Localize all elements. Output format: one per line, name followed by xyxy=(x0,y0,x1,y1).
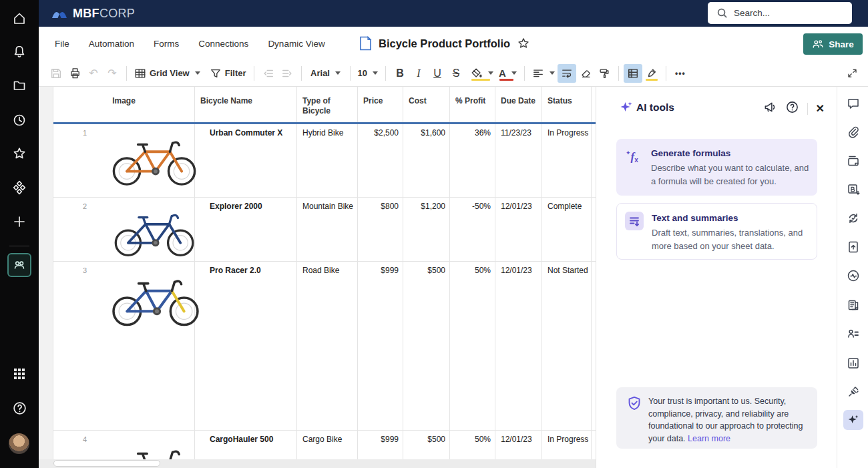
image-cell[interactable]: 2 xyxy=(53,198,195,261)
due-date-cell[interactable]: 12/01/23 xyxy=(495,198,542,261)
image-cell[interactable]: 1 xyxy=(53,124,195,197)
close-icon[interactable]: ✕ xyxy=(816,102,825,115)
profit-cell[interactable]: 50% xyxy=(450,431,495,459)
activity-log-icon[interactable] xyxy=(845,268,861,284)
type-cell[interactable]: Cargo Bike xyxy=(297,431,358,459)
update-requests-sync-icon[interactable] xyxy=(845,210,861,226)
menu-file[interactable]: File xyxy=(55,39,69,49)
workspace-selected-item[interactable] xyxy=(7,253,31,277)
print-button[interactable] xyxy=(65,64,84,83)
underline-button[interactable]: U xyxy=(428,64,447,83)
announcements-megaphone-icon[interactable] xyxy=(763,100,777,117)
home-icon[interactable] xyxy=(11,11,27,27)
global-search[interactable] xyxy=(708,2,852,24)
image-cell[interactable]: 4 xyxy=(53,431,195,459)
bicycle-name-cell[interactable]: Explorer 2000 xyxy=(195,198,297,261)
italic-button[interactable]: I xyxy=(409,64,428,83)
ai-tools-rail-icon[interactable] xyxy=(843,410,863,430)
cost-cell[interactable]: $500 xyxy=(403,431,450,459)
price-cell[interactable]: $999 xyxy=(358,262,403,430)
type-cell[interactable]: Road Bike xyxy=(297,262,358,430)
favorite-star-icon[interactable] xyxy=(517,37,530,50)
fill-color-button[interactable] xyxy=(468,64,496,83)
menu-forms[interactable]: Forms xyxy=(154,39,179,49)
status-cell[interactable]: In Progress xyxy=(542,431,592,459)
profit-cell[interactable]: 50% xyxy=(450,262,495,430)
cost-cell[interactable]: $1,600 xyxy=(403,124,450,197)
cell-borders-button[interactable] xyxy=(624,64,642,83)
format-painter-button[interactable] xyxy=(595,64,614,83)
connectors-plug-icon[interactable] xyxy=(845,384,861,400)
generate-formulas-card[interactable]: ✦fx Generate formulas Describe what you … xyxy=(616,139,817,196)
share-button[interactable]: Share xyxy=(803,33,863,55)
status-cell[interactable]: In Progress xyxy=(542,124,592,197)
status-cell[interactable]: Not Started xyxy=(542,262,592,430)
bicycle-name-cell[interactable]: CargoHauler 500 xyxy=(195,431,297,459)
strikethrough-button[interactable]: S xyxy=(447,64,465,83)
expand-toolbar-button[interactable] xyxy=(843,64,861,83)
attachments-paperclip-icon[interactable] xyxy=(845,124,861,140)
column-header-cost[interactable]: Cost xyxy=(403,87,450,122)
type-cell[interactable]: Hybrid Bike xyxy=(297,124,358,197)
create-plus-icon[interactable] xyxy=(11,214,27,230)
bicycle-name-cell[interactable]: Urban Commuter X xyxy=(195,124,297,197)
help-icon[interactable] xyxy=(11,400,27,416)
bicycle-name-cell[interactable]: Pro Racer 2.0 xyxy=(195,262,297,430)
price-cell[interactable]: $2,500 xyxy=(358,124,403,197)
brand-logo[interactable]: MBFCORP xyxy=(51,7,135,21)
image-cell[interactable]: 3 xyxy=(53,262,195,430)
column-header-bicycle-name[interactable]: Bicycle Name xyxy=(195,87,297,122)
text-and-summaries-card[interactable]: Text and summaries Draft text, summaries… xyxy=(616,203,817,260)
redo-button[interactable]: ↷ xyxy=(103,64,122,83)
learn-more-link[interactable]: Learn more xyxy=(688,434,730,443)
status-cell[interactable]: Complete xyxy=(542,198,592,261)
font-size-select[interactable]: 10 xyxy=(355,64,381,83)
recents-clock-icon[interactable] xyxy=(11,112,27,128)
publish-file-icon[interactable] xyxy=(845,239,861,255)
column-header-profit[interactable]: % Profit xyxy=(450,87,495,122)
font-family-select[interactable]: Arial xyxy=(306,64,345,83)
favorites-star-icon[interactable] xyxy=(11,146,27,162)
comments-icon[interactable] xyxy=(845,95,861,111)
column-header-price[interactable]: Price xyxy=(358,87,403,122)
font-color-button[interactable]: A xyxy=(496,64,519,83)
column-header-status[interactable]: Status xyxy=(542,87,592,122)
column-header-due-date[interactable]: Due Date xyxy=(495,87,542,122)
brandfolder-icon[interactable] xyxy=(845,182,861,198)
more-options-button[interactable]: ••• xyxy=(671,64,690,83)
app-launcher-grid-icon[interactable] xyxy=(11,366,27,382)
cost-cell[interactable]: $500 xyxy=(403,262,450,430)
column-header-type[interactable]: Type of Bicycle xyxy=(297,87,358,122)
highlight-button[interactable] xyxy=(642,64,661,83)
bold-button[interactable]: B xyxy=(391,64,409,83)
undo-button[interactable]: ↶ xyxy=(84,64,103,83)
user-avatar[interactable] xyxy=(9,433,29,454)
contacts-icon[interactable] xyxy=(845,326,861,342)
notifications-bell-icon[interactable] xyxy=(11,43,27,59)
clear-format-button[interactable] xyxy=(576,64,595,83)
price-cell[interactable]: $999 xyxy=(358,431,403,459)
due-date-cell[interactable]: 12/01/23 xyxy=(495,262,542,430)
view-switcher[interactable]: Grid View xyxy=(132,64,203,83)
cost-cell[interactable]: $1,200 xyxy=(403,198,450,261)
indent-button[interactable] xyxy=(278,64,296,83)
charts-icon[interactable] xyxy=(845,355,861,371)
help-circle-icon[interactable] xyxy=(785,100,799,117)
menu-connections[interactable]: Connections xyxy=(198,39,248,49)
menu-automation[interactable]: Automation xyxy=(89,39,134,49)
outdent-button[interactable] xyxy=(259,64,278,83)
price-cell[interactable]: $800 xyxy=(358,198,403,261)
solutions-shapes-icon[interactable] xyxy=(11,180,27,196)
search-input[interactable] xyxy=(734,8,841,18)
wrap-text-button[interactable] xyxy=(558,64,576,83)
scrollbar-thumb[interactable] xyxy=(53,460,160,467)
due-date-cell[interactable]: 11/23/23 xyxy=(495,124,542,197)
type-cell[interactable]: Mountain Bike xyxy=(297,198,358,261)
horizontal-scrollbar[interactable] xyxy=(39,459,596,468)
browse-folder-icon[interactable] xyxy=(11,77,27,93)
align-button[interactable] xyxy=(529,64,558,83)
filter-button[interactable]: Filter xyxy=(207,64,249,83)
column-header-image[interactable]: Image xyxy=(53,87,195,122)
save-button[interactable] xyxy=(47,64,65,83)
profit-cell[interactable]: 36% xyxy=(450,124,495,197)
